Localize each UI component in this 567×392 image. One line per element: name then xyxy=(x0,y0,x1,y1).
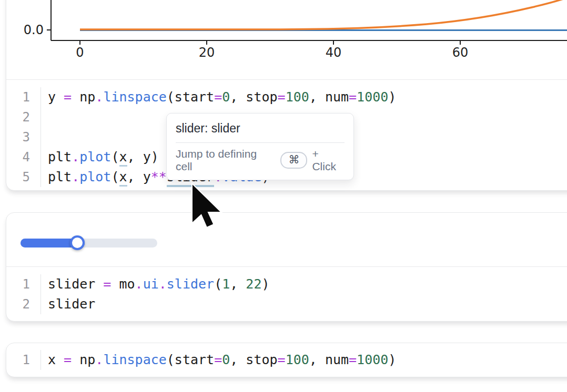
code-token: np xyxy=(72,352,95,367)
code-token: = xyxy=(349,89,357,105)
code-token: ) xyxy=(388,89,396,105)
code-token: (start xyxy=(167,352,214,367)
code-token: , stop xyxy=(230,352,277,367)
code-token: = xyxy=(64,352,72,367)
code-text[interactable]: plt.plot(x, y) xyxy=(41,147,159,167)
tooltip-click-text: + Click xyxy=(312,148,345,173)
code-token: = xyxy=(103,276,111,292)
code-token: 1000 xyxy=(357,89,388,105)
code-token: ( xyxy=(111,149,119,164)
code-line: 1y = np.linspace(start=0, stop=100, num=… xyxy=(6,87,567,107)
notebook-cell-slider: 1slider = mo.ui.slider(1, 22)2slider xyxy=(6,212,567,322)
code-token: 1000 xyxy=(357,352,388,367)
tooltip-action-text: Jump to defining cell xyxy=(176,148,273,173)
code-token: slider xyxy=(167,276,214,292)
code-token: = xyxy=(278,89,286,105)
line-number: 1 xyxy=(6,87,41,107)
matplotlib-line-chart: 02040600.0 xyxy=(6,0,567,80)
line-number: 3 xyxy=(6,127,41,147)
notebook-cell-x: 1x = np.linspace(start=0, stop=100, num=… xyxy=(6,343,567,377)
code-token: ) xyxy=(388,352,396,367)
code-text[interactable]: x = np.linspace(start=0, stop=100, num=1… xyxy=(41,350,396,370)
code-line: 1x = np.linspace(start=0, stop=100, num=… xyxy=(6,350,567,370)
cell-output-slider xyxy=(6,213,567,267)
variable-tooltip: slider: slider Jump to defining cell ⌘ +… xyxy=(166,113,354,180)
code-token: 100 xyxy=(286,352,309,367)
slider-handle[interactable] xyxy=(70,235,85,250)
code-token: ( xyxy=(111,169,119,184)
code-token: , y) xyxy=(127,149,159,164)
code-token: plot xyxy=(79,149,111,164)
code-token: . xyxy=(159,276,167,292)
command-key-icon: ⌘ xyxy=(288,153,299,166)
code-token: slider xyxy=(48,296,95,312)
x-tick-label: 0 xyxy=(76,45,84,60)
code-editor[interactable]: 1slider = mo.ui.slider(1, 22)2slider xyxy=(6,267,567,314)
line-number: 2 xyxy=(6,107,41,127)
y-tick-label: 0.0 xyxy=(24,23,44,37)
code-text[interactable] xyxy=(41,127,48,147)
code-token: . xyxy=(95,89,103,105)
command-key-badge: ⌘ xyxy=(280,152,307,169)
code-token: np xyxy=(72,89,95,105)
code-token: ui xyxy=(143,276,159,292)
code-token: plt xyxy=(48,169,72,184)
code-text[interactable]: y = np.linspace(start=0, stop=100, num=1… xyxy=(41,87,396,107)
code-token: , num xyxy=(309,89,349,105)
line-number: 4 xyxy=(6,147,41,167)
tooltip-title: slider: slider xyxy=(167,114,353,142)
x-tick-label: 60 xyxy=(452,45,469,60)
code-token: 1 xyxy=(222,276,230,292)
code-line: 2slider xyxy=(6,294,567,314)
code-token: linspace xyxy=(103,89,166,105)
code-text[interactable]: slider = mo.ui.slider(1, 22) xyxy=(41,274,270,294)
code-token: . xyxy=(72,169,79,184)
code-text[interactable]: slider xyxy=(41,294,95,314)
code-token: , xyxy=(230,276,246,292)
line-number: 1 xyxy=(6,274,41,294)
code-text[interactable] xyxy=(41,107,48,127)
line-number: 5 xyxy=(6,167,41,187)
code-token: slider xyxy=(48,276,103,292)
code-token: ) xyxy=(261,276,269,292)
mouse-cursor-icon xyxy=(191,182,224,230)
cross-cell-variable-link[interactable]: x xyxy=(119,149,127,167)
axis-ticks: 02040600.0 xyxy=(24,23,468,60)
code-token: . xyxy=(72,149,79,164)
code-token: , num xyxy=(309,352,349,367)
code-token: = xyxy=(278,352,286,367)
code-line: 1slider = mo.ui.slider(1, 22) xyxy=(6,274,567,294)
code-token: plot xyxy=(79,169,111,184)
code-editor[interactable]: 1x = np.linspace(start=0, stop=100, num=… xyxy=(6,343,567,370)
code-token: mo xyxy=(111,276,135,292)
x-tick-label: 20 xyxy=(199,45,215,60)
code-token: . xyxy=(95,352,103,367)
code-token: linspace xyxy=(103,352,166,367)
code-token: ( xyxy=(214,276,222,292)
code-token: 0 xyxy=(222,352,230,367)
code-token: = xyxy=(349,352,357,367)
line-number: 1 xyxy=(6,350,41,370)
slider-widget[interactable] xyxy=(21,236,157,251)
cross-cell-variable-link[interactable]: x xyxy=(119,169,127,187)
code-token: y xyxy=(48,89,64,105)
code-token: . xyxy=(135,276,143,292)
x-tick-label: 40 xyxy=(326,45,342,60)
code-token: (start xyxy=(167,89,214,105)
code-token: = xyxy=(214,89,222,105)
code-token: = xyxy=(64,89,72,105)
code-token: = xyxy=(214,352,222,367)
code-token: ** xyxy=(151,169,167,184)
code-token: 100 xyxy=(286,89,309,105)
code-token: , y xyxy=(127,169,151,184)
series-line-orange xyxy=(80,0,567,29)
code-token: , stop xyxy=(230,89,277,105)
code-token: 22 xyxy=(246,276,261,292)
code-token: plt xyxy=(48,149,72,164)
code-token: x xyxy=(48,352,64,367)
line-number: 2 xyxy=(6,294,41,314)
code-token: 0 xyxy=(222,89,230,105)
